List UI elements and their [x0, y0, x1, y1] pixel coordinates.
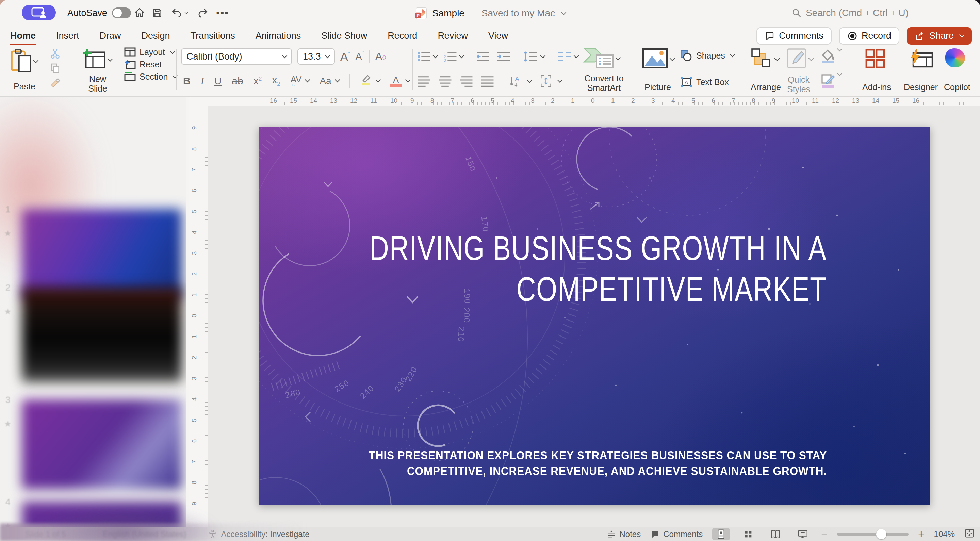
language-indicator[interactable]: English (United States) [103, 530, 186, 539]
decrease-indent-icon[interactable] [476, 51, 490, 62]
search-input[interactable]: Search (Cmd + Ctrl + U) [791, 8, 908, 18]
slide-thumbnail-2[interactable] [22, 287, 182, 382]
slide-thumbnail-1[interactable] [22, 209, 182, 299]
text-box-button[interactable]: A Text Box [680, 76, 734, 88]
columns-icon[interactable] [557, 51, 572, 62]
bold-button[interactable]: B [183, 75, 191, 87]
ruler-number: 10 [792, 97, 799, 105]
align-center-icon[interactable] [438, 75, 452, 87]
quick-styles-label: QuickStyles [780, 75, 817, 95]
shape-fill-button[interactable] [821, 49, 842, 63]
increase-indent-icon[interactable] [496, 51, 511, 62]
slide-1-editor[interactable]: 150170190200210220230240250260 DRIVING B… [259, 127, 930, 505]
undo-button[interactable] [169, 6, 189, 20]
convert-to-smartart-button[interactable] [582, 47, 620, 69]
layout-button[interactable]: Layout [124, 47, 177, 57]
document-title[interactable]: P Sample — Saved to my Mac [414, 7, 566, 20]
shape-outline-button[interactable] [821, 73, 842, 88]
align-right-icon[interactable] [460, 75, 473, 87]
section-icon [124, 72, 136, 82]
record-dot-icon [847, 31, 858, 41]
italic-button[interactable]: I [201, 75, 204, 87]
comments-pane-button[interactable]: Comments [650, 530, 703, 539]
section-button[interactable]: Section [124, 72, 177, 82]
tab-insert[interactable]: Insert [56, 29, 80, 43]
clear-formatting-button[interactable]: A◊ [375, 50, 386, 63]
ruler-number: 7 [450, 97, 454, 105]
justify-icon[interactable] [480, 75, 494, 87]
designer-button[interactable] [907, 48, 934, 70]
strikethrough-button[interactable]: ab [232, 75, 243, 87]
tab-draw[interactable]: Draw [99, 29, 122, 43]
arrange-label: Arrange [751, 82, 781, 92]
slide-thumbnail-panel[interactable]: 1★2★3★4★5★ [0, 97, 186, 541]
slide-title-line1: DRIVING BUSINESS GROWTH IN A [369, 228, 827, 269]
redo-button[interactable] [196, 6, 210, 20]
format-painter-button[interactable] [48, 76, 63, 89]
home-icon[interactable] [133, 6, 146, 20]
highlight-color-button[interactable] [360, 73, 372, 88]
slide-thumbnail-3[interactable] [22, 399, 182, 489]
tab-view[interactable]: View [488, 29, 509, 43]
reset-button[interactable]: Reset [124, 59, 177, 69]
superscript-button[interactable]: x2 [253, 75, 262, 87]
character-spacing-button[interactable]: AV↔ [291, 74, 302, 88]
bullet-list-icon[interactable] [417, 51, 431, 62]
quick-styles-button[interactable] [786, 48, 813, 69]
ruler-number: 14 [872, 97, 879, 105]
normal-view-button[interactable] [712, 528, 730, 540]
line-spacing-icon[interactable] [523, 50, 538, 63]
add-ins-button[interactable] [864, 48, 886, 70]
font-size-select[interactable]: 13.3 [298, 48, 335, 65]
decrease-font-button[interactable]: Aˇ [356, 51, 364, 62]
reading-view-button[interactable] [767, 528, 784, 540]
zoom-slider-thumb[interactable] [876, 529, 886, 539]
paste-button[interactable] [10, 48, 38, 75]
numbered-list-icon[interactable]: 123 [443, 51, 457, 62]
zoom-out-button[interactable]: − [821, 528, 827, 540]
arrange-button[interactable] [751, 48, 779, 69]
cut-button[interactable] [48, 47, 63, 60]
record-button[interactable]: Record [839, 27, 899, 45]
zoom-slider[interactable] [837, 533, 908, 536]
copilot-button[interactable] [945, 48, 965, 67]
shapes-button[interactable]: Shapes [680, 50, 734, 61]
more-commands-button[interactable]: ••• [216, 6, 229, 20]
autosave-toggle[interactable] [112, 8, 131, 18]
underline-button[interactable]: U [215, 75, 222, 87]
slide-title-textbox[interactable]: DRIVING BUSINESS GROWTH IN A COMPETITIVE… [259, 228, 827, 309]
accessibility-status[interactable]: Accessibility: Investigate [208, 529, 310, 539]
chevron-down-icon [561, 10, 566, 15]
chevron-down-icon [282, 53, 288, 58]
increase-font-button[interactable]: Aˆ [340, 50, 350, 63]
tab-transitions[interactable]: Transitions [190, 29, 236, 43]
slide-sorter-view-button[interactable] [740, 528, 757, 540]
tab-record[interactable]: Record [387, 29, 418, 43]
tab-review[interactable]: Review [437, 29, 469, 43]
share-button[interactable]: Share [907, 27, 972, 45]
zoom-percentage[interactable]: 104% [934, 530, 955, 539]
comments-button[interactable]: Comments [756, 27, 832, 45]
slide-subtitle-textbox[interactable]: THIS PRESENTATION EXPLORES KEY STRATEGIE… [318, 447, 827, 479]
shape-outline-icon [821, 73, 836, 88]
save-icon[interactable] [150, 6, 164, 20]
tab-home[interactable]: Home [10, 29, 37, 43]
fit-to-window-button[interactable] [964, 528, 975, 540]
font-color-button[interactable]: A [390, 75, 402, 87]
tab-slide-show[interactable]: Slide Show [321, 29, 368, 43]
presenter-mode-button[interactable] [22, 5, 56, 21]
notes-button[interactable]: Notes [607, 530, 641, 539]
font-name-select[interactable]: Calibri (Body) [181, 48, 292, 65]
slideshow-view-button[interactable] [794, 528, 811, 540]
picture-button[interactable] [642, 48, 674, 69]
tab-design[interactable]: Design [141, 29, 171, 43]
tab-animations[interactable]: Animations [255, 29, 302, 43]
zoom-in-button[interactable]: + [918, 528, 924, 540]
text-direction-icon[interactable]: A [509, 75, 524, 88]
subscript-button[interactable]: x2 [272, 74, 280, 88]
change-case-button[interactable]: Aa [320, 76, 331, 86]
align-left-icon[interactable] [417, 75, 431, 87]
new-slide-button[interactable] [81, 48, 112, 69]
align-text-vertical-icon[interactable] [539, 75, 554, 88]
copy-button[interactable] [48, 61, 63, 75]
